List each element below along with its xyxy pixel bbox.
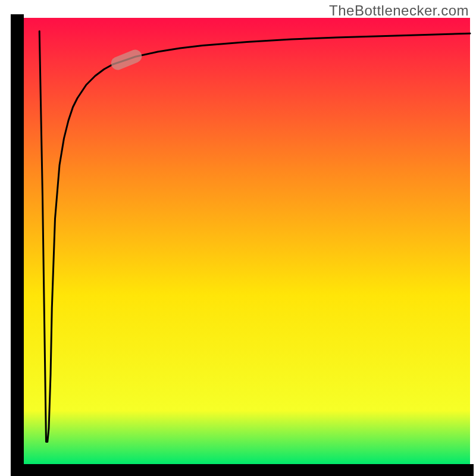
chart-frame: TheBottlenecker.com xyxy=(0,0,476,476)
x-axis xyxy=(11,464,474,476)
chart-canvas xyxy=(0,0,476,476)
chart-background xyxy=(24,18,470,464)
watermark-label: TheBottlenecker.com xyxy=(329,2,469,19)
y-axis xyxy=(11,14,24,476)
